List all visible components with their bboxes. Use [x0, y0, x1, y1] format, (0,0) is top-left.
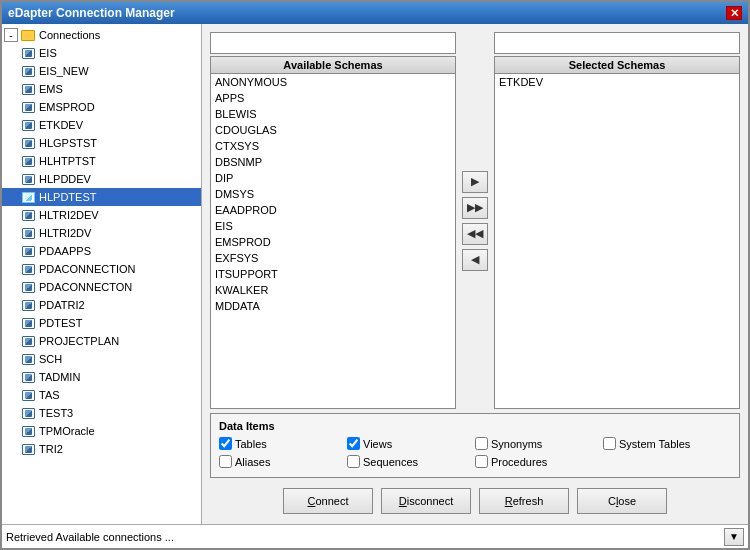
close-button[interactable]: Close — [577, 488, 667, 514]
available-schemas-search[interactable] — [210, 32, 456, 54]
available-schema-item[interactable]: ANONYMOUS — [211, 74, 455, 90]
checkbox-item-synonyms[interactable]: Synonyms — [475, 437, 603, 450]
available-schema-item[interactable]: APPS — [211, 90, 455, 106]
available-schema-item[interactable]: DBSNMP — [211, 154, 455, 170]
checkbox-item-sequences[interactable]: Sequences — [347, 455, 475, 468]
sidebar-item-pdaconnection[interactable]: PDACONNECTION — [2, 260, 201, 278]
move-left-all-button[interactable]: ◀◀ — [462, 223, 488, 245]
sidebar-item-eis[interactable]: EIS — [2, 44, 201, 62]
sidebar-item-pdaconnecton[interactable]: PDACONNECTON — [2, 278, 201, 296]
procedures-checkbox[interactable] — [475, 455, 488, 468]
disconnect-button[interactable]: Disconnect — [381, 488, 471, 514]
sidebar-item-tadmin[interactable]: TADMIN — [2, 368, 201, 386]
connection-icon-hlpddev — [20, 172, 36, 186]
connection-icon-test3 — [20, 406, 36, 420]
sequences-checkbox[interactable] — [347, 455, 360, 468]
synonyms-checkbox[interactable] — [475, 437, 488, 450]
available-schema-item[interactable]: EAADPROD — [211, 202, 455, 218]
available-schema-item[interactable]: EMSPROD — [211, 234, 455, 250]
connection-icon-tas — [20, 388, 36, 402]
schemas-row: Available Schemas ANONYMOUSAPPSBLEWISCDO… — [210, 32, 740, 409]
main-window: eDapter Connection Manager ✕ - Connectio… — [0, 0, 750, 550]
sidebar-item-hltri2dev[interactable]: HLTRI2DEV — [2, 206, 201, 224]
sidebar-item-etkdev[interactable]: ETKDEV — [2, 116, 201, 134]
connection-icon-hlhtptst — [20, 154, 36, 168]
available-schema-item[interactable]: CDOUGLAS — [211, 122, 455, 138]
sidebar-item-test3[interactable]: TEST3 — [2, 404, 201, 422]
sidebar-item-label: PROJECTPLAN — [39, 335, 119, 347]
sidebar-item-pdaapps[interactable]: PDAAPPS — [2, 242, 201, 260]
tables-checkbox[interactable] — [219, 437, 232, 450]
available-schema-item[interactable]: MDDATA — [211, 298, 455, 314]
checkbox-item-system-tables[interactable]: System Tables — [603, 437, 731, 450]
sidebar-scroll[interactable]: - Connections EISEIS_NEWEMSEMSPRODETKDEV… — [2, 24, 201, 524]
available-schema-item[interactable]: BLEWIS — [211, 106, 455, 122]
sidebar-item-label: TADMIN — [39, 371, 80, 383]
system-tables-label: System Tables — [619, 438, 690, 450]
sidebar-item-label: PDAAPPS — [39, 245, 91, 257]
available-schema-item[interactable]: CTXSYS — [211, 138, 455, 154]
synonyms-label: Synonyms — [491, 438, 542, 450]
sidebar: - Connections EISEIS_NEWEMSEMSPRODETKDEV… — [2, 24, 202, 524]
connections-root-label: Connections — [39, 29, 100, 41]
connection-icon-hltri2dev — [20, 208, 36, 222]
sidebar-item-label: TPMOracle — [39, 425, 95, 437]
window-close-button[interactable]: ✕ — [726, 6, 742, 20]
sidebar-item-pdatri2[interactable]: PDATRI2 — [2, 296, 201, 314]
views-label: Views — [363, 438, 392, 450]
move-left-single-button[interactable]: ◀ — [462, 249, 488, 271]
available-schema-item[interactable]: ITSUPPORT — [211, 266, 455, 282]
available-schema-item[interactable]: KWALKER — [211, 282, 455, 298]
sidebar-item-eis_new[interactable]: EIS_NEW — [2, 62, 201, 80]
move-right-all-button[interactable]: ▶▶ — [462, 197, 488, 219]
selected-schemas-list[interactable]: ETKDEV — [495, 74, 739, 408]
checkbox-item-views[interactable]: Views — [347, 437, 475, 450]
sidebar-item-sch[interactable]: SCH — [2, 350, 201, 368]
sidebar-item-label: HLTRI2DEV — [39, 209, 99, 221]
sidebar-item-pdtest[interactable]: PDTEST — [2, 314, 201, 332]
checkbox-item-tables[interactable]: Tables — [219, 437, 347, 450]
connection-icon-pdaconnecton — [20, 280, 36, 294]
sidebar-item-ems[interactable]: EMS — [2, 80, 201, 98]
sidebar-item-hltri2dv[interactable]: HLTRI2DV — [2, 224, 201, 242]
sidebar-item-tpmoracle[interactable]: TPMOracle — [2, 422, 201, 440]
data-items-panel: Data Items TablesViewsSynonymsSystem Tab… — [210, 413, 740, 478]
tables-label: Tables — [235, 438, 267, 450]
connection-icon-eis — [20, 46, 36, 60]
aliases-checkbox[interactable] — [219, 455, 232, 468]
available-schemas-list-container: Available Schemas ANONYMOUSAPPSBLEWISCDO… — [210, 56, 456, 409]
available-schema-item[interactable]: EXFSYS — [211, 250, 455, 266]
sidebar-item-tas[interactable]: TAS — [2, 386, 201, 404]
checkbox-item-procedures[interactable]: Procedures — [475, 455, 603, 468]
system-tables-checkbox[interactable] — [603, 437, 616, 450]
selected-schema-item[interactable]: ETKDEV — [495, 74, 739, 90]
selected-schemas-search[interactable] — [494, 32, 740, 54]
sequences-label: Sequences — [363, 456, 418, 468]
title-bar: eDapter Connection Manager ✕ — [2, 2, 748, 24]
sidebar-item-emsprod[interactable]: EMSPROD — [2, 98, 201, 116]
move-right-single-button[interactable]: ▶ — [462, 171, 488, 193]
expand-icon[interactable]: - — [4, 28, 18, 42]
available-schema-item[interactable]: EIS — [211, 218, 455, 234]
status-dropdown-button[interactable]: ▼ — [724, 528, 744, 546]
sidebar-item-label: HLGPSTST — [39, 137, 97, 149]
sidebar-item-hlgpstst[interactable]: HLGPSTST — [2, 134, 201, 152]
views-checkbox[interactable] — [347, 437, 360, 450]
sidebar-item-label: PDACONNECTION — [39, 263, 136, 275]
sidebar-item-tri2[interactable]: TRI2 — [2, 440, 201, 458]
sidebar-item-label: PDTEST — [39, 317, 82, 329]
connect-button[interactable]: Connect — [283, 488, 373, 514]
status-bar: Retrieved Available connections ... ▼ — [2, 524, 748, 548]
sidebar-item-hlhtptst[interactable]: HLHTPTST — [2, 152, 201, 170]
sidebar-item-hlpddev[interactable]: HLPDDEV — [2, 170, 201, 188]
checkbox-item-aliases[interactable]: Aliases — [219, 455, 347, 468]
available-schema-item[interactable]: DMSYS — [211, 186, 455, 202]
buttons-row: ConnectDisconnectRefreshClose — [210, 482, 740, 516]
refresh-button[interactable]: Refresh — [479, 488, 569, 514]
available-schemas-list[interactable]: ANONYMOUSAPPSBLEWISCDOUGLASCTXSYSDBSNMPD… — [211, 74, 455, 408]
sidebar-item-hlpdtest[interactable]: HLPDTEST — [2, 188, 201, 206]
available-schema-item[interactable]: DIP — [211, 170, 455, 186]
sidebar-item-label: EMSPROD — [39, 101, 95, 113]
sidebar-item-projectplan[interactable]: PROJECTPLAN — [2, 332, 201, 350]
sidebar-item-connections-root[interactable]: - Connections — [2, 26, 201, 44]
